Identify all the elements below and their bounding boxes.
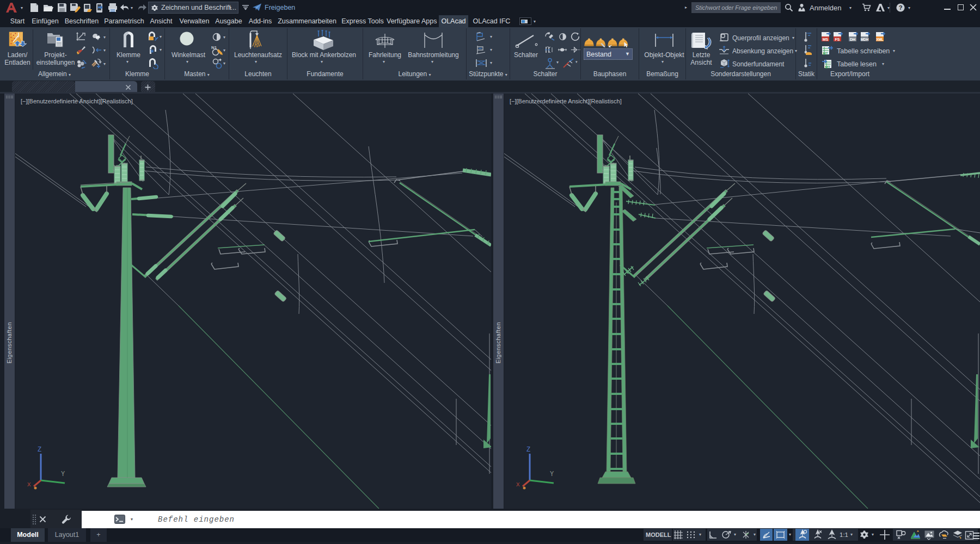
- svg-text:XML: XML: [876, 38, 884, 41]
- svg-text:Y: Y: [550, 471, 554, 478]
- svg-text:DH: DH: [850, 38, 855, 41]
- svg-text:Z: Z: [526, 446, 530, 454]
- svg-text:MT: MT: [823, 52, 828, 55]
- svg-text:X: X: [516, 481, 520, 488]
- svg-text:MT: MT: [825, 65, 830, 69]
- svg-text:Y: Y: [61, 471, 65, 478]
- svg-text:MS: MS: [823, 38, 829, 41]
- svg-text:FS: FS: [835, 38, 840, 41]
- svg-text:Z: Z: [38, 446, 41, 454]
- svg-text:X: X: [27, 481, 31, 488]
- svg-text:MDH: MDH: [861, 38, 869, 41]
- svg-text:?: ?: [899, 4, 903, 11]
